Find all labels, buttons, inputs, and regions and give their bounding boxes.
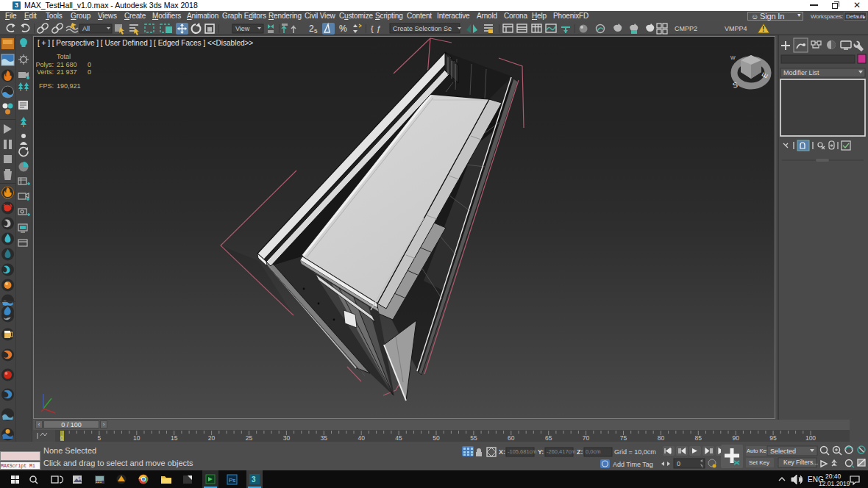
- svg-text:FPS:: FPS:: [39, 82, 54, 90]
- svg-text:12.01.2019: 12.01.2019: [819, 480, 850, 487]
- svg-text:25: 25: [246, 434, 253, 442]
- svg-text:5: 5: [98, 434, 102, 442]
- svg-text:100: 100: [805, 434, 816, 442]
- svg-text:All: All: [82, 25, 90, 32]
- svg-text:Grid = 10,0cm: Grid = 10,0cm: [614, 448, 656, 456]
- svg-text:CMPP2: CMPP2: [675, 25, 697, 32]
- svg-text:Key Filters...: Key Filters...: [783, 459, 818, 466]
- svg-text:!: !: [762, 25, 764, 33]
- svg-text:10: 10: [133, 434, 140, 442]
- svg-text:0: 0: [88, 68, 91, 76]
- svg-text:Y:: Y:: [538, 448, 544, 456]
- svg-text:Total: Total: [57, 53, 71, 60]
- svg-text:80: 80: [658, 434, 665, 442]
- svg-text:95: 95: [769, 434, 777, 442]
- svg-text:0: 0: [60, 434, 64, 442]
- svg-text:5: 5: [314, 28, 318, 35]
- svg-text:Ps: Ps: [229, 477, 235, 484]
- svg-text:%: %: [339, 24, 347, 34]
- svg-text:X:: X:: [499, 448, 505, 456]
- svg-text:VMPP4: VMPP4: [725, 25, 747, 32]
- svg-text:15: 15: [171, 434, 178, 442]
- svg-text:60: 60: [508, 434, 515, 442]
- svg-text:21 937: 21 937: [57, 68, 77, 76]
- svg-text:View: View: [235, 25, 250, 32]
- svg-text:ƒ: ƒ: [377, 24, 381, 33]
- svg-text:Modifier List: Modifier List: [783, 69, 819, 76]
- svg-text:Selected: Selected: [770, 448, 796, 455]
- svg-text:0: 0: [88, 61, 91, 68]
- svg-text:85: 85: [695, 434, 702, 442]
- svg-text:Polys:: Polys:: [35, 61, 54, 68]
- svg-text:90: 90: [732, 434, 739, 442]
- svg-text:W: W: [730, 55, 736, 60]
- svg-text:50: 50: [433, 434, 440, 442]
- svg-text:[ + ] [ Perspective ] [ User D: [ + ] [ Perspective ] [ User Defined ] […: [38, 39, 253, 47]
- svg-text:30: 30: [283, 434, 291, 442]
- svg-text:{: {: [371, 24, 374, 33]
- svg-text:Verts:: Verts:: [37, 68, 54, 76]
- svg-text:55: 55: [470, 434, 477, 442]
- svg-text:0: 0: [677, 460, 680, 467]
- svg-text:-260,417cm: -260,417cm: [547, 448, 576, 455]
- svg-text:20: 20: [208, 434, 216, 442]
- svg-text:35: 35: [321, 434, 328, 442]
- svg-text:70: 70: [583, 434, 590, 442]
- svg-text:21 680: 21 680: [57, 61, 77, 68]
- svg-text:2: 2: [309, 24, 314, 34]
- svg-text:Auto Key: Auto Key: [747, 448, 769, 454]
- svg-text:65: 65: [545, 434, 552, 442]
- svg-text:-105,681cm: -105,681cm: [508, 448, 537, 455]
- svg-text:Add Time Tag: Add Time Tag: [613, 461, 653, 468]
- svg-text:75: 75: [620, 434, 627, 442]
- svg-text:Z:: Z:: [577, 448, 583, 456]
- svg-text:121: 121: [96, 479, 102, 484]
- svg-text:40: 40: [357, 434, 365, 442]
- svg-text:Create Selection Se: Create Selection Se: [393, 25, 452, 32]
- svg-text:20:40: 20:40: [825, 473, 842, 480]
- svg-text:0,0cm: 0,0cm: [586, 448, 600, 455]
- svg-text:45: 45: [395, 434, 402, 442]
- svg-text:190,921: 190,921: [57, 82, 81, 90]
- svg-text:3: 3: [252, 476, 256, 484]
- svg-text:Set Key: Set Key: [749, 459, 769, 466]
